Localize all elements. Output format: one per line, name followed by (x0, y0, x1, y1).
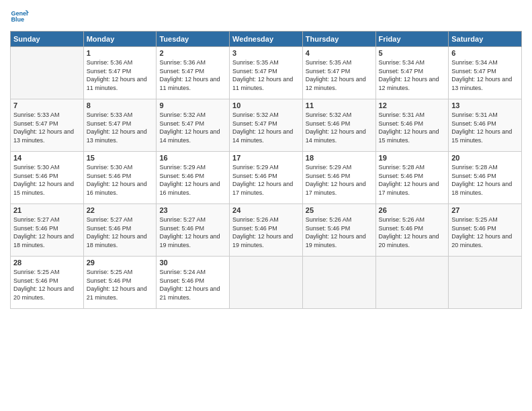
day-number: 16 (159, 154, 226, 162)
svg-text:Blue: Blue (11, 16, 24, 23)
day-number: 10 (232, 101, 300, 109)
day-info: Sunrise: 5:29 AM Sunset: 5:46 PM Dayligh… (232, 163, 300, 197)
calendar-cell: 15 Sunrise: 5:30 AM Sunset: 5:46 PM Dayl… (83, 152, 157, 204)
day-number: 25 (306, 206, 373, 214)
day-info: Sunrise: 5:28 AM Sunset: 5:46 PM Dayligh… (379, 163, 446, 197)
calendar-header-thursday: Thursday (302, 32, 375, 47)
calendar-cell: 19 Sunrise: 5:28 AM Sunset: 5:46 PM Dayl… (375, 152, 449, 204)
calendar-cell: 9 Sunrise: 5:32 AM Sunset: 5:47 PM Dayli… (157, 99, 230, 152)
day-number: 11 (306, 101, 373, 109)
day-number: 26 (379, 206, 446, 214)
calendar-cell: 13 Sunrise: 5:31 AM Sunset: 5:46 PM Dayl… (449, 99, 522, 152)
calendar-header-tuesday: Tuesday (157, 32, 230, 47)
calendar-cell: 30 Sunrise: 5:24 AM Sunset: 5:46 PM Dayl… (157, 257, 230, 309)
day-info: Sunrise: 5:35 AM Sunset: 5:47 PM Dayligh… (306, 58, 373, 92)
day-info: Sunrise: 5:32 AM Sunset: 5:47 PM Dayligh… (232, 111, 300, 144)
day-number: 28 (13, 259, 81, 267)
day-info: Sunrise: 5:34 AM Sunset: 5:47 PM Dayligh… (451, 58, 519, 92)
day-number: 2 (159, 49, 226, 57)
day-number: 19 (379, 154, 446, 162)
day-number: 6 (451, 49, 519, 57)
calendar-cell: 4 Sunrise: 5:35 AM Sunset: 5:47 PM Dayli… (302, 47, 375, 99)
calendar-cell: 22 Sunrise: 5:27 AM Sunset: 5:46 PM Dayl… (83, 204, 157, 257)
day-number: 23 (159, 206, 226, 214)
day-info: Sunrise: 5:32 AM Sunset: 5:47 PM Dayligh… (159, 111, 226, 144)
calendar-week-row: 7 Sunrise: 5:33 AM Sunset: 5:47 PM Dayli… (11, 99, 522, 152)
logo-icon: General Blue (10, 7, 29, 26)
day-number: 15 (87, 154, 154, 162)
day-number: 13 (451, 101, 519, 109)
day-info: Sunrise: 5:30 AM Sunset: 5:46 PM Dayligh… (13, 163, 81, 197)
calendar-week-row: 14 Sunrise: 5:30 AM Sunset: 5:46 PM Dayl… (11, 152, 522, 204)
calendar-cell: 7 Sunrise: 5:33 AM Sunset: 5:47 PM Dayli… (11, 99, 84, 152)
calendar-header-sunday: Sunday (11, 32, 84, 47)
day-number: 12 (379, 101, 446, 109)
calendar-cell: 2 Sunrise: 5:36 AM Sunset: 5:47 PM Dayli… (157, 47, 230, 99)
day-number: 17 (232, 154, 300, 162)
day-number: 21 (13, 206, 81, 214)
day-info: Sunrise: 5:33 AM Sunset: 5:47 PM Dayligh… (13, 111, 81, 144)
calendar-cell: 10 Sunrise: 5:32 AM Sunset: 5:47 PM Dayl… (230, 99, 303, 152)
calendar-cell: 8 Sunrise: 5:33 AM Sunset: 5:47 PM Dayli… (83, 99, 157, 152)
calendar-cell: 12 Sunrise: 5:31 AM Sunset: 5:46 PM Dayl… (375, 99, 449, 152)
day-number: 22 (87, 206, 154, 214)
day-info: Sunrise: 5:31 AM Sunset: 5:46 PM Dayligh… (451, 111, 519, 144)
day-info: Sunrise: 5:26 AM Sunset: 5:46 PM Dayligh… (306, 216, 373, 249)
calendar-header-monday: Monday (83, 32, 157, 47)
calendar-cell: 6 Sunrise: 5:34 AM Sunset: 5:47 PM Dayli… (449, 47, 522, 99)
logo: General Blue (10, 7, 32, 26)
calendar-cell: 17 Sunrise: 5:29 AM Sunset: 5:46 PM Dayl… (230, 152, 303, 204)
day-info: Sunrise: 5:35 AM Sunset: 5:47 PM Dayligh… (232, 58, 300, 92)
day-info: Sunrise: 5:32 AM Sunset: 5:46 PM Dayligh… (306, 111, 373, 144)
calendar-cell: 11 Sunrise: 5:32 AM Sunset: 5:46 PM Dayl… (302, 99, 375, 152)
day-info: Sunrise: 5:28 AM Sunset: 5:46 PM Dayligh… (451, 163, 519, 197)
calendar-cell (11, 47, 84, 99)
calendar-cell: 1 Sunrise: 5:36 AM Sunset: 5:47 PM Dayli… (83, 47, 157, 99)
day-info: Sunrise: 5:25 AM Sunset: 5:46 PM Dayligh… (87, 268, 154, 302)
calendar-week-row: 28 Sunrise: 5:25 AM Sunset: 5:46 PM Dayl… (11, 257, 522, 309)
calendar-cell: 18 Sunrise: 5:29 AM Sunset: 5:46 PM Dayl… (302, 152, 375, 204)
calendar-table: SundayMondayTuesdayWednesdayThursdayFrid… (10, 31, 522, 309)
day-number: 9 (159, 101, 226, 109)
day-info: Sunrise: 5:27 AM Sunset: 5:46 PM Dayligh… (159, 216, 226, 249)
day-info: Sunrise: 5:25 AM Sunset: 5:46 PM Dayligh… (451, 216, 519, 249)
calendar-week-row: 1 Sunrise: 5:36 AM Sunset: 5:47 PM Dayli… (11, 47, 522, 99)
calendar-cell: 5 Sunrise: 5:34 AM Sunset: 5:47 PM Dayli… (375, 47, 449, 99)
day-number: 20 (451, 154, 519, 162)
calendar-cell: 24 Sunrise: 5:26 AM Sunset: 5:46 PM Dayl… (230, 204, 303, 257)
calendar-cell: 26 Sunrise: 5:26 AM Sunset: 5:46 PM Dayl… (375, 204, 449, 257)
day-info: Sunrise: 5:26 AM Sunset: 5:46 PM Dayligh… (232, 216, 300, 249)
day-number: 5 (379, 49, 446, 57)
calendar-header-saturday: Saturday (449, 32, 522, 47)
day-info: Sunrise: 5:30 AM Sunset: 5:46 PM Dayligh… (87, 163, 154, 197)
calendar-cell: 25 Sunrise: 5:26 AM Sunset: 5:46 PM Dayl… (302, 204, 375, 257)
day-info: Sunrise: 5:31 AM Sunset: 5:46 PM Dayligh… (379, 111, 446, 144)
day-number: 30 (159, 259, 226, 267)
calendar-cell: 29 Sunrise: 5:25 AM Sunset: 5:46 PM Dayl… (83, 257, 157, 309)
calendar-cell: 28 Sunrise: 5:25 AM Sunset: 5:46 PM Dayl… (11, 257, 84, 309)
calendar-cell: 16 Sunrise: 5:29 AM Sunset: 5:46 PM Dayl… (157, 152, 230, 204)
day-number: 3 (232, 49, 300, 57)
day-info: Sunrise: 5:25 AM Sunset: 5:46 PM Dayligh… (13, 268, 81, 302)
day-number: 4 (306, 49, 373, 57)
day-number: 7 (13, 101, 81, 109)
page-container: General Blue SundayMondayTuesdayWednesda… (0, 0, 532, 316)
calendar-week-row: 21 Sunrise: 5:27 AM Sunset: 5:46 PM Dayl… (11, 204, 522, 257)
day-info: Sunrise: 5:24 AM Sunset: 5:46 PM Dayligh… (159, 268, 226, 302)
header: General Blue (10, 7, 522, 26)
calendar-header-row: SundayMondayTuesdayWednesdayThursdayFrid… (11, 32, 522, 47)
day-number: 1 (87, 49, 154, 57)
day-number: 29 (87, 259, 154, 267)
day-number: 18 (306, 154, 373, 162)
day-number: 8 (87, 101, 154, 109)
calendar-header-friday: Friday (375, 32, 449, 47)
day-info: Sunrise: 5:29 AM Sunset: 5:46 PM Dayligh… (159, 163, 226, 197)
day-number: 24 (232, 206, 300, 214)
calendar-cell: 21 Sunrise: 5:27 AM Sunset: 5:46 PM Dayl… (11, 204, 84, 257)
calendar-cell (375, 257, 449, 309)
day-info: Sunrise: 5:36 AM Sunset: 5:47 PM Dayligh… (87, 58, 154, 92)
calendar-cell: 23 Sunrise: 5:27 AM Sunset: 5:46 PM Dayl… (157, 204, 230, 257)
day-number: 14 (13, 154, 81, 162)
calendar-cell (302, 257, 375, 309)
calendar-cell: 14 Sunrise: 5:30 AM Sunset: 5:46 PM Dayl… (11, 152, 84, 204)
